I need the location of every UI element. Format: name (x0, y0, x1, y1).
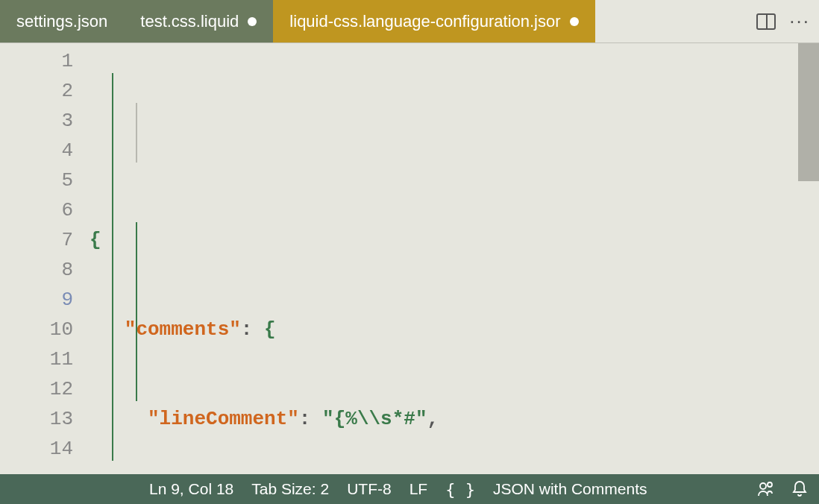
feedback-icon[interactable] (756, 480, 774, 498)
tab-bar: settings.json test.css.liquid liquid-css… (0, 0, 819, 43)
code-area[interactable]: { "comments": { "lineComment": "{%\\s*#"… (90, 43, 819, 474)
status-cursor-position[interactable]: Ln 9, Col 18 (149, 480, 233, 498)
status-eol[interactable]: LF (410, 480, 428, 498)
line-number[interactable]: 2 (0, 76, 73, 106)
indent-guide (112, 73, 113, 461)
tab-actions: ··· (756, 10, 810, 33)
line-number[interactable]: 10 (0, 315, 73, 344)
indent-guide (136, 103, 137, 163)
code-line: { (90, 225, 819, 255)
line-number[interactable]: 8 (0, 255, 73, 285)
line-number[interactable]: 9 (0, 285, 73, 315)
status-tab-size[interactable]: Tab Size: 2 (251, 480, 329, 498)
bell-icon[interactable] (791, 480, 809, 498)
line-number[interactable]: 12 (0, 374, 73, 404)
tab-label: settings.json (16, 12, 107, 31)
line-number[interactable]: 13 (0, 404, 73, 434)
more-actions-icon[interactable]: ··· (789, 10, 810, 33)
code-line: "comments": { (90, 315, 819, 344)
line-number[interactable]: 4 (0, 136, 73, 166)
line-number[interactable]: 6 (0, 195, 73, 225)
line-number[interactable]: 11 (0, 344, 73, 374)
line-number[interactable]: 3 (0, 106, 73, 136)
code-line: "lineComment": "{%\\s*#", (90, 404, 819, 434)
tab-test-css-liquid[interactable]: test.css.liquid (124, 0, 273, 42)
editor[interactable]: 1 2 3 4 5 6 7 8 9 10 11 12 13 14 { "comm… (0, 43, 819, 474)
svg-point-0 (760, 483, 766, 489)
braces-icon[interactable]: { } (445, 480, 475, 499)
tab-settings[interactable]: settings.json (0, 0, 124, 42)
line-number[interactable]: 7 (0, 225, 73, 255)
line-number[interactable]: 5 (0, 166, 73, 195)
tab-label: test.css.liquid (140, 12, 239, 31)
line-gutter: 1 2 3 4 5 6 7 8 9 10 11 12 13 14 (0, 43, 90, 474)
scrollbar-thumb[interactable] (798, 43, 819, 181)
tab-liquid-css-config[interactable]: liquid-css.language-configuration.jsor (273, 0, 594, 42)
status-bar: Ln 9, Col 18 Tab Size: 2 UTF-8 LF { } JS… (0, 474, 819, 504)
status-language-mode[interactable]: JSON with Comments (493, 480, 647, 498)
line-number[interactable]: 1 (0, 46, 73, 76)
svg-point-1 (768, 482, 772, 487)
tab-label: liquid-css.language-configuration.jsor (289, 12, 560, 31)
split-editor-icon[interactable] (756, 13, 776, 30)
line-number[interactable]: 14 (0, 434, 73, 464)
status-encoding[interactable]: UTF-8 (347, 480, 392, 498)
